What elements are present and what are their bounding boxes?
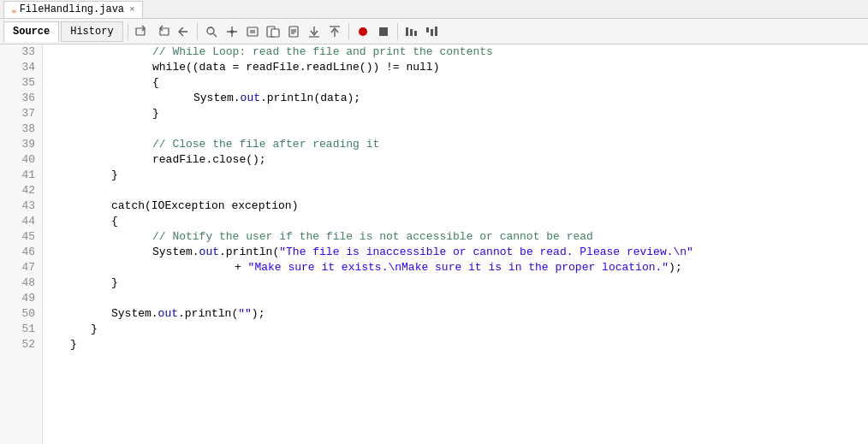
toolbar-btn-10[interactable] (325, 22, 344, 41)
tab-history[interactable]: History (61, 21, 122, 42)
code-line-45: // Notify the user if the file is not ac… (50, 229, 868, 245)
title-bar: ☕ FileHandling.java × (0, 0, 868, 19)
toolbar-btn-back[interactable] (133, 22, 152, 41)
file-tab[interactable]: ☕ FileHandling.java × (3, 1, 143, 18)
code-line-44: { (50, 214, 868, 229)
toolbar-separator-4 (397, 23, 398, 40)
code-line-35: { (50, 75, 868, 91)
tab-source[interactable]: Source (3, 21, 59, 42)
toolbar-btn-bars2[interactable] (423, 22, 442, 41)
line-num-47: 47 (0, 260, 42, 275)
code-line-51: } (50, 322, 868, 337)
code-line-43: catch(IOException exception) (50, 198, 868, 214)
code-line-41: } (50, 168, 868, 183)
svg-rect-22 (431, 29, 433, 36)
code-line-40: readFile.close(); (50, 152, 868, 168)
line-num-49: 49 (0, 291, 42, 306)
svg-point-16 (359, 27, 367, 36)
line-num-43: 43 (0, 198, 42, 214)
toolbar-btn-zoom[interactable] (202, 22, 221, 41)
code-line-37: } (50, 106, 868, 121)
code-line-36: System.out.println(data); (50, 91, 868, 106)
line-num-34: 34 (0, 60, 42, 75)
code-editor: 33 34 35 36 37 38 39 40 41 42 43 44 45 4… (0, 44, 868, 444)
code-line-33: // While Loop: read the file and print t… (50, 44, 868, 60)
svg-line-3 (213, 33, 217, 37)
toolbar-separator-1 (128, 23, 128, 40)
toolbar-btn-forward[interactable] (153, 22, 172, 41)
svg-rect-9 (271, 29, 279, 37)
svg-rect-21 (426, 27, 429, 33)
close-tab-button[interactable]: × (129, 4, 135, 15)
code-line-47: + "Make sure it exists.\nMake sure it is… (50, 260, 868, 275)
svg-rect-18 (406, 27, 408, 36)
toolbar-btn-8[interactable] (284, 22, 303, 41)
code-line-50: System.out.println(""); (50, 306, 868, 322)
svg-rect-19 (410, 29, 413, 36)
line-num-39: 39 (0, 137, 42, 152)
line-num-48: 48 (0, 275, 42, 291)
svg-rect-20 (414, 31, 417, 36)
code-content[interactable]: // While Loop: read the file and print t… (43, 44, 868, 444)
line-num-50: 50 (0, 306, 42, 322)
line-num-44: 44 (0, 214, 42, 229)
svg-rect-23 (435, 27, 437, 36)
line-num-38: 38 (0, 121, 42, 137)
toolbar-btn-bars1[interactable] (402, 22, 421, 41)
svg-point-2 (207, 27, 214, 34)
line-num-40: 40 (0, 152, 42, 168)
toolbar-btn-3[interactable] (174, 22, 193, 41)
svg-point-4 (230, 30, 234, 33)
toolbar-separator-3 (348, 23, 349, 40)
line-num-52: 52 (0, 337, 42, 352)
svg-rect-17 (379, 27, 388, 36)
line-num-42: 42 (0, 183, 42, 198)
toolbar-btn-9[interactable] (305, 22, 324, 41)
code-line-34: while((data = readFile.readLine()) != nu… (50, 60, 868, 75)
line-number-gutter: 33 34 35 36 37 38 39 40 41 42 43 44 45 4… (0, 44, 43, 444)
line-num-36: 36 (0, 91, 42, 106)
toolbar: Source History (0, 19, 868, 44)
line-num-33: 33 (0, 44, 42, 60)
code-line-48: } (50, 275, 868, 291)
toolbar-btn-5[interactable] (223, 22, 241, 41)
line-num-35: 35 (0, 75, 42, 91)
line-num-41: 41 (0, 168, 42, 183)
line-num-45: 45 (0, 229, 42, 245)
code-line-46: System.out.println("The file is inaccess… (50, 245, 868, 260)
code-line-39: // Close the file after reading it (50, 137, 868, 152)
line-num-51: 51 (0, 322, 42, 337)
toolbar-btn-6[interactable] (243, 22, 262, 41)
line-num-46: 46 (0, 245, 42, 260)
code-line-42 (50, 183, 868, 198)
toolbar-btn-7[interactable] (264, 22, 282, 41)
code-line-49 (50, 291, 868, 306)
code-line-38 (50, 121, 868, 137)
toolbar-btn-stop[interactable] (374, 22, 393, 41)
toolbar-separator-2 (197, 23, 198, 40)
toolbar-btn-record[interactable] (354, 22, 372, 41)
line-num-37: 37 (0, 106, 42, 121)
svg-rect-5 (247, 27, 258, 36)
filename-label: FileHandling.java (20, 3, 124, 15)
code-line-52: } (50, 337, 868, 352)
